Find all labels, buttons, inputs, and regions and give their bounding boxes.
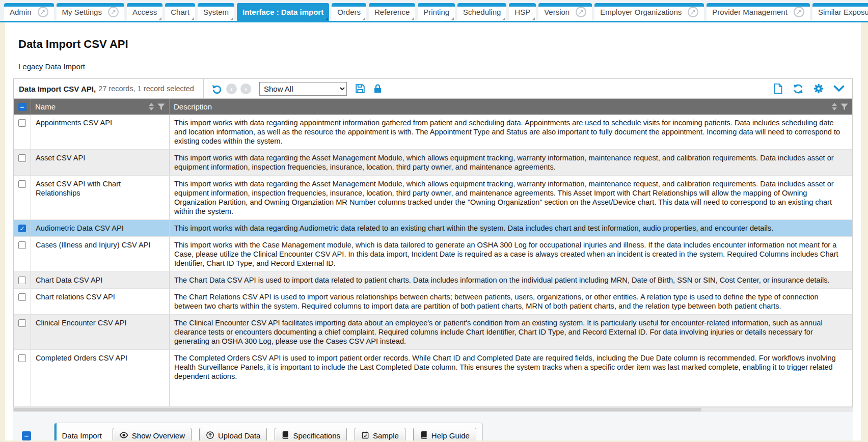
toolbar-divider [203, 79, 204, 98]
nav-tab-label: Provider Management [712, 8, 788, 16]
row-checkbox[interactable] [18, 277, 26, 284]
nav-tab-label: Reference [374, 8, 410, 16]
row-description: This import works with data regarding th… [170, 150, 852, 175]
tab-dropdown-corner-icon [362, 17, 365, 20]
row-checkbox[interactable] [18, 119, 26, 127]
calendar-check-icon [361, 431, 369, 441]
tab-reference[interactable]: Reference [369, 3, 415, 21]
upload-data-button[interactable]: Upload Data [199, 428, 267, 440]
row-name: Audiometric Data CSV API [31, 220, 170, 236]
nav-tab-label: HSP [514, 8, 530, 16]
table-row[interactable]: Completed Orders CSV API The Completed O… [14, 350, 852, 407]
row-checkbox[interactable] [18, 180, 26, 188]
next-record-icon[interactable]: › [240, 84, 251, 94]
nav-tab-label: Scheduling [463, 8, 501, 16]
grid-toolbar: Data Import CSV API, 27 records, 1 recor… [13, 78, 853, 99]
row-checkbox[interactable] [18, 241, 26, 249]
row-name: Chart Data CSV API [31, 272, 170, 288]
row-description: This import works with data regarding ap… [170, 115, 852, 149]
description-column-header[interactable]: Description [170, 99, 852, 115]
scrollbar-thumb[interactable] [13, 408, 701, 411]
show-overview-button[interactable]: Show Overview [113, 428, 192, 440]
tab-interface-data-import[interactable]: Interface : Data import [237, 3, 329, 21]
toolbar-right-icons [773, 82, 845, 95]
tab-my-settings[interactable]: My Settings ↗ [57, 3, 124, 21]
sort-icon[interactable] [149, 103, 154, 110]
tab-data-import[interactable]: Data Import [55, 431, 104, 440]
tab-chart[interactable]: Chart [165, 3, 195, 21]
data-grid: – Name Description Appointment [13, 99, 853, 407]
tab-admin[interactable]: Admin ↗ [4, 3, 54, 21]
help-guide-button[interactable]: Help Guide [413, 428, 476, 440]
table-row[interactable]: Appointments CSV API This import works w… [14, 115, 852, 150]
settings-gear-icon[interactable] [813, 83, 824, 94]
table-row[interactable]: Chart Data CSV API The Chart Data CSV AP… [14, 272, 852, 289]
book-icon [420, 431, 428, 441]
row-checkbox-cell [14, 115, 31, 149]
table-row[interactable]: Clinical Encounter CSV API The Clinical … [14, 315, 852, 350]
table-row[interactable]: Cases (Illness and Injury) CSV API This … [14, 237, 852, 272]
nav-tab-label: Printing [423, 8, 449, 16]
row-checkbox[interactable] [18, 319, 26, 327]
external-link-icon[interactable]: ↗ [576, 7, 586, 17]
name-column-header[interactable]: Name [31, 99, 170, 115]
nav-tab-label: Access [132, 8, 157, 16]
name-column-label: Name [35, 102, 145, 111]
legacy-data-import-link[interactable]: Legacy Data Import [18, 62, 85, 71]
nav-tab-label: System [203, 8, 229, 16]
filter-funnel-icon[interactable] [840, 103, 848, 110]
tab-hsp[interactable]: HSP [509, 3, 536, 21]
row-description: This import works with the Case Manageme… [170, 237, 852, 271]
external-link-icon[interactable]: ↗ [38, 7, 48, 17]
row-checkbox[interactable] [18, 354, 26, 362]
row-checkbox-cell [14, 315, 31, 349]
tab-dropdown-corner-icon [158, 17, 161, 20]
row-checkbox[interactable]: ✓ [18, 225, 26, 232]
row-description: The Chart Relations CSV API is used to i… [170, 289, 852, 314]
collapse-section-button[interactable]: – [22, 431, 31, 440]
sample-button[interactable]: Sample [355, 428, 405, 440]
save-icon[interactable] [355, 83, 366, 94]
filter-select[interactable]: Show All [259, 82, 347, 96]
table-row[interactable]: Asset CSV API with Chart Relationships T… [14, 176, 852, 220]
table-row[interactable]: Asset CSV API This import works with dat… [14, 150, 852, 176]
table-row[interactable]: ✓ Audiometric Data CSV API This import w… [14, 220, 852, 237]
horizontal-scrollbar[interactable] [13, 407, 853, 412]
row-checkbox[interactable] [18, 154, 26, 162]
description-column-label: Description [174, 102, 828, 111]
external-link-icon[interactable]: ↗ [794, 7, 804, 17]
row-checkbox-cell [14, 176, 31, 219]
tab-dropdown-corner-icon [411, 17, 414, 20]
chevron-down-icon[interactable] [833, 84, 845, 93]
specifications-button[interactable]: Specifications [275, 428, 347, 440]
undo-icon[interactable] [211, 83, 223, 95]
tab-printing[interactable]: Printing [418, 3, 455, 21]
tab-orders[interactable]: Orders [332, 3, 366, 21]
tab-access[interactable]: Access [127, 3, 162, 21]
table-row[interactable]: Chart relations CSV API The Chart Relati… [14, 289, 852, 315]
tab-employer-organizations[interactable]: Employer Organizations ↗ [594, 3, 704, 21]
new-record-icon[interactable] [773, 82, 783, 95]
select-all-checkbox[interactable]: – [18, 103, 26, 111]
row-checkbox[interactable] [18, 293, 26, 301]
lock-icon[interactable] [372, 83, 383, 94]
panel-accent-bar [55, 423, 57, 440]
nav-tab-label: Version [544, 8, 569, 16]
tab-system[interactable]: System [198, 3, 234, 21]
tab-scheduling[interactable]: Scheduling [457, 3, 506, 21]
row-name: Appointments CSV API [31, 115, 170, 149]
row-checkbox-cell [14, 289, 31, 314]
description-sort-filter [832, 103, 848, 110]
external-link-icon[interactable]: ↗ [688, 7, 698, 17]
row-name: Chart relations CSV API [31, 289, 170, 314]
sort-icon[interactable] [832, 103, 837, 110]
refresh-icon[interactable] [792, 83, 804, 95]
external-link-icon[interactable]: ↗ [108, 7, 119, 17]
tab-version[interactable]: Version ↗ [538, 3, 592, 21]
tab-provider-management[interactable]: Provider Management ↗ [707, 3, 810, 21]
filter-funnel-icon[interactable] [157, 103, 165, 110]
previous-record-icon[interactable]: ‹ [226, 84, 237, 94]
row-checkbox-cell [14, 350, 31, 406]
nav-tab-label: Interface : Data import [242, 8, 323, 16]
tab-similar-exposure-groups-se[interactable]: Similar Exposure Groups (SE [812, 3, 868, 21]
